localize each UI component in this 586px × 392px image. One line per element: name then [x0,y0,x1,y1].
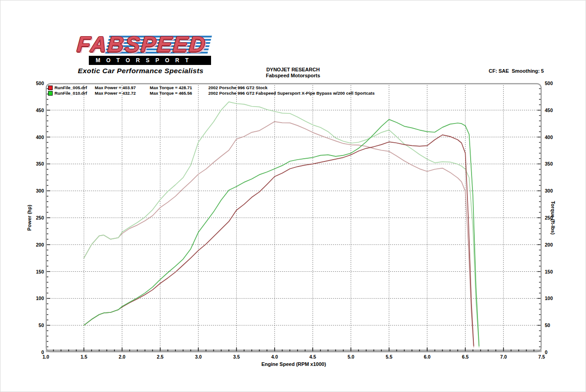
power-tick-label: 500 [24,81,44,86]
chart-legend: RunFile_005.drf Max Power = 403.97 Max T… [48,85,374,96]
rpm-tick-label: 2.5 [151,354,169,360]
legend-max-power: Max Power = 432.72 [95,91,150,96]
torque-tick-label: 150 [545,269,565,274]
page: { "logo": { "brand": "FABSPEED", "sub_br… [0,0,586,392]
rpm-tick-label: 3.5 [228,354,246,360]
torque-tick-label: 500 [545,81,565,86]
power-tick-label: 200 [24,242,44,247]
rpm-tick-label: 6.0 [418,354,436,360]
logo-brand-text: FABSPEED [76,32,215,57]
power-tick-label: 50 [24,322,44,328]
torque-tick-label: 50 [545,322,565,328]
rpm-tick-label: 2.0 [113,354,131,360]
torque-tick-label: 200 [545,242,565,247]
legend-marker-red-icon [48,86,53,90]
legend-max-torque: Max Torque = 465.56 [150,91,208,96]
legend-row-fabspeed: RunFile_010.drf Max Power = 432.72 Max T… [48,91,374,96]
dyno-chart: RunFile_005.drf Max Power = 403.97 Max T… [46,83,542,352]
logo-wordmark: FABSPEED [77,32,214,58]
torque-tick-label: 100 [545,295,565,301]
power-tick-label: 300 [24,188,44,193]
rpm-tick-label: 1.5 [75,354,93,360]
rpm-tick-label: 3.0 [189,354,207,360]
legend-max-torque: Max Torque = 428.71 [150,85,208,90]
torque-tick-label: 400 [545,134,565,140]
legend-max-power: Max Power = 403.97 [95,85,150,90]
legend-run-file: RunFile_005.drf [54,85,95,90]
rpm-tick-label: 7.0 [494,354,513,360]
power-tick-label: 150 [24,269,44,274]
rpm-tick-label: 1.0 [37,354,55,360]
correction-smoothing-label: CF: SAE Smoothing: 5 [489,68,544,74]
legend-run-description: 2002 Porsche 996 GT2 Fabspeed Supersport… [208,91,374,96]
power-tick-label: 450 [24,107,44,113]
torque-tick-label: 300 [545,188,565,193]
dyno-plot-canvas [46,83,542,352]
legend-run-description: 2002 Porsche 996 GT2 Stock [208,85,267,90]
power-tick-label: 100 [24,295,44,301]
power-tick-label: 350 [24,161,44,166]
power-tick-label: 250 [24,215,44,220]
power-tick-label: 400 [24,134,44,140]
torque-tick-label: 250 [545,215,565,220]
legend-marker-green-icon [48,91,53,96]
torque-tick-label: 350 [545,161,565,166]
rpm-tick-label: 4.0 [266,354,284,360]
rpm-tick-label: 6.5 [456,354,474,360]
legend-row-stock: RunFile_005.drf Max Power = 403.97 Max T… [48,85,374,90]
rpm-tick-label: 7.5 [532,354,551,360]
x-axis-title: Engine Speed (RPM x1000) [46,361,542,367]
rpm-tick-label: 4.5 [304,354,322,360]
torque-tick-label: 450 [545,107,565,113]
legend-run-file: RunFile_010.drf [54,91,95,96]
rpm-tick-label: 5.5 [380,354,398,360]
rpm-tick-label: 5.0 [342,354,360,360]
